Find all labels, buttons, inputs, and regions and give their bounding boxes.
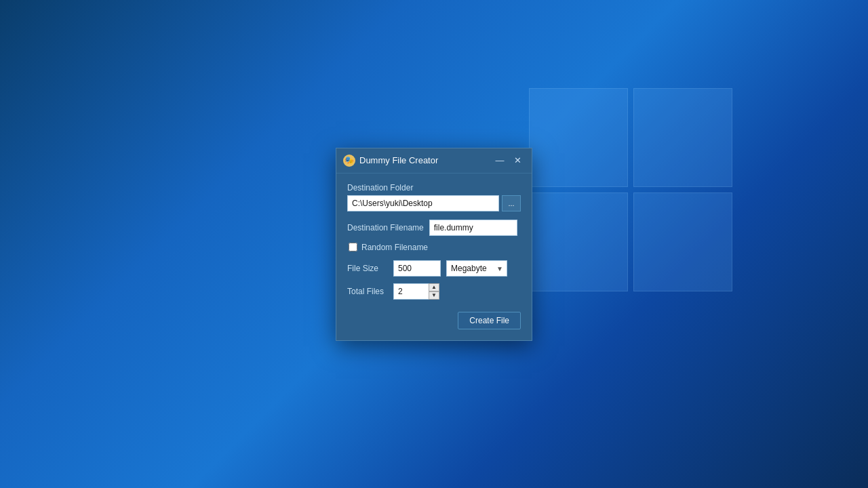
random-filename-row: Random Filename [347, 243, 521, 252]
dialog-footer: Create File [347, 309, 521, 329]
destination-filename-label: Destination Filename [347, 223, 424, 232]
destination-folder-label: Destination Folder [347, 183, 521, 192]
spinner-buttons: ▲ ▼ [429, 283, 439, 300]
dummy-file-creator-dialog: 🎭 Dummy File Creator — ✕ Destination Fol… [336, 148, 532, 341]
destination-folder-group: Destination Folder ... [347, 183, 521, 211]
dialog-overlay: 🎭 Dummy File Creator — ✕ Destination Fol… [0, 0, 868, 488]
minimize-button[interactable]: — [492, 154, 507, 167]
file-size-input[interactable] [393, 260, 441, 277]
dialog-body: Destination Folder ... Destination Filen… [336, 174, 532, 340]
unit-select-wrapper: Byte Kilobyte Megabyte Gigabyte ▼ [446, 260, 507, 277]
file-size-row: File Size Byte Kilobyte Megabyte Gigabyt… [347, 260, 521, 277]
app-icon: 🎭 [343, 155, 355, 167]
dialog-title: Dummy File Creator [359, 155, 438, 165]
total-files-row: Total Files ▲ ▼ [347, 283, 521, 300]
titlebar-controls: — ✕ [492, 154, 525, 167]
dialog-titlebar: 🎭 Dummy File Creator — ✕ [336, 148, 532, 174]
spinner-up-button[interactable]: ▲ [429, 283, 439, 291]
spinner-down-button[interactable]: ▼ [429, 291, 439, 300]
folder-row: ... [347, 195, 521, 211]
total-files-label: Total Files [347, 287, 388, 296]
destination-filename-group: Destination Filename [347, 220, 521, 236]
random-filename-label[interactable]: Random Filename [361, 243, 428, 252]
file-size-label: File Size [347, 264, 388, 273]
random-filename-checkbox[interactable] [349, 243, 357, 251]
titlebar-left: 🎭 Dummy File Creator [343, 155, 438, 167]
unit-select[interactable]: Byte Kilobyte Megabyte Gigabyte [446, 260, 507, 277]
create-file-button[interactable]: Create File [458, 312, 521, 329]
close-button[interactable]: ✕ [510, 154, 525, 167]
browse-button[interactable]: ... [502, 195, 521, 211]
destination-filename-input[interactable] [429, 220, 517, 236]
total-files-spinner: ▲ ▼ [393, 283, 439, 300]
destination-folder-input[interactable] [347, 195, 499, 211]
